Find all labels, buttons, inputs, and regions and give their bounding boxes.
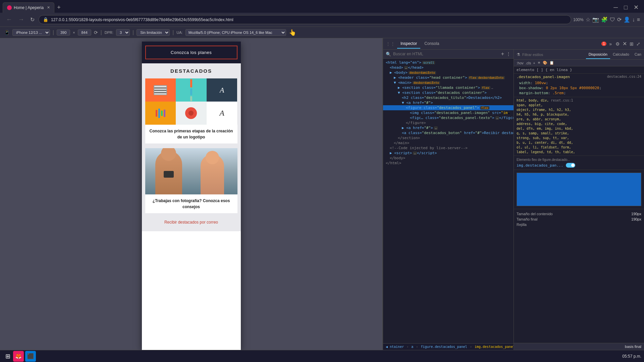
panel-2[interactable]: ¿Trabajas con fotografía? Conozca esos c… xyxy=(145,148,237,213)
shield-icon[interactable]: 🛡 xyxy=(610,17,615,23)
computed-sizes: Tamaño del contenido 190px Tamaño final … xyxy=(514,209,644,229)
tree-line-img[interactable]: <img class="destacados_panel-imagen" src… xyxy=(383,110,514,115)
breadcrumb-2[interactable]: a xyxy=(411,345,413,349)
breadcrumb-1[interactable]: ◀ ntainer xyxy=(386,345,404,349)
add-style-button[interactable]: + xyxy=(533,61,535,65)
minimize-button[interactable]: ─ xyxy=(611,3,621,12)
tab-close-icon[interactable]: ✕ xyxy=(47,5,50,10)
url-bar[interactable]: 🔒 127.0.0.1:5500/1828-layouts-responsivo… xyxy=(39,15,571,24)
can-tab[interactable]: Can xyxy=(632,50,644,59)
source-1[interactable]: destacados.css:24 xyxy=(607,75,641,79)
selector-1[interactable]: .destacados_panel-imagen xyxy=(517,75,570,79)
console-tab[interactable]: Consola xyxy=(421,39,442,49)
new-tab-button[interactable]: + xyxy=(54,3,63,12)
cls-button[interactable]: .cls xyxy=(526,61,531,65)
add-node-icon[interactable]: + xyxy=(501,51,504,57)
tree-line-header[interactable]: ▶ <header class="head container">flex de… xyxy=(383,75,514,80)
html-search-input[interactable] xyxy=(393,52,499,56)
html-search-bar: 🔍 + ⋮ xyxy=(383,50,514,59)
more-options-icon[interactable]: ⋮ xyxy=(506,51,511,57)
clipboard-icon[interactable]: 📋 xyxy=(549,61,554,65)
taskbar-icon-firefox[interactable]: 🦊 xyxy=(13,351,24,362)
devtools-dock-icon[interactable]: ⊞ xyxy=(629,40,635,48)
tree-line-a-boton[interactable]: <a class="destacados_boton" href="#">Rec… xyxy=(383,130,514,135)
img-element-name[interactable]: img.destacados_pan... xyxy=(517,163,563,168)
close-button[interactable]: ✕ xyxy=(631,3,641,12)
width-input[interactable] xyxy=(57,29,70,36)
disposicion-tab[interactable]: Disposición xyxy=(586,50,610,59)
dpr-selector[interactable]: 3 xyxy=(116,29,130,36)
device-frame: Conozca los planes DESTACADOS xyxy=(142,42,241,350)
toggle-switch[interactable] xyxy=(566,163,575,168)
device-selector[interactable]: iPhone 12/13 ... xyxy=(12,29,50,36)
tab-favicon xyxy=(7,5,12,10)
tree-line-h2[interactable]: <h2 class="destacados_titulo">Destacados… xyxy=(383,95,514,100)
tree-line-main-close[interactable]: </main> xyxy=(383,140,514,145)
devtools-drag-icon: ⋮⋮ xyxy=(386,41,395,47)
tree-line-body-close[interactable]: </body> xyxy=(383,156,514,161)
tree-line-figure-close[interactable]: </figure> xyxy=(383,120,514,125)
clock: 05:57 p.m. xyxy=(622,354,641,359)
element-info-line: elemento [ ] { en línea } xyxy=(514,66,644,74)
tree-line-a1[interactable]: ▼ <a href="#"> xyxy=(383,100,514,105)
error-badge: 1 xyxy=(601,42,607,46)
filter-estilos-bar: ⚗ xyxy=(514,52,586,57)
throttle-selector[interactable]: Sin limitación xyxy=(137,29,170,36)
breadcrumb-3[interactable]: figure.destacados_panel xyxy=(421,345,467,349)
breadcrumb-current[interactable]: img.destacados_panel-imagen xyxy=(475,345,514,349)
tree-line-html[interactable]: <html lang="en">scroll xyxy=(383,60,514,65)
devtools-expand-icon[interactable]: ⤢ xyxy=(635,40,641,48)
light-dark-icon[interactable]: ☀ xyxy=(537,61,541,65)
filter-styles-input[interactable] xyxy=(522,53,583,57)
tree-line-section-destacados[interactable]: ▼ <section class="destacados container"> xyxy=(383,90,514,95)
tree-line-section-llamada[interactable]: ▶ <section class="llamada container">fle… xyxy=(383,85,514,90)
element-flex-section: Elemento flex de figure.destacado... img… xyxy=(514,156,644,170)
style-rule-2: html, body, div, reset.css:1span, applet… xyxy=(514,97,644,156)
hov-button[interactable]: :hov xyxy=(517,61,524,65)
rule-1-header: .destacados_panel-imagen destacados.css:… xyxy=(514,74,644,80)
tree-line-script[interactable]: ▶ <script>…</script> xyxy=(383,150,514,156)
calculado-tab[interactable]: Calculado xyxy=(610,50,632,59)
rotate-icon[interactable]: ⟳ xyxy=(94,30,98,35)
height-input[interactable] xyxy=(78,29,91,36)
extensions-icon[interactable]: 🧩 xyxy=(601,16,608,23)
devtools-close-icon[interactable]: ✕ xyxy=(622,40,628,48)
sync-icon[interactable]: ⟳ xyxy=(617,16,622,23)
panel-1-text: Conozca las primeras etapas de la creaci… xyxy=(145,125,237,143)
email-link[interactable]: Recibir destacados por correo xyxy=(145,218,237,227)
forward-button[interactable]: → xyxy=(16,15,26,24)
content-size-label: Tamaño del contenido xyxy=(517,212,553,216)
taskbar-icon-vscode[interactable]: ⬛ xyxy=(25,351,36,362)
tree-line-html-close[interactable]: </html> xyxy=(383,161,514,166)
tree-line-section-close[interactable]: </section> xyxy=(383,135,514,140)
taskbar: ⊞ 🦊 ⬛ 05:57 p.m. xyxy=(0,350,644,362)
start-button[interactable]: ⊞ xyxy=(3,351,13,361)
download-icon[interactable]: ↓ xyxy=(632,17,635,23)
tree-line-figure[interactable]: <figure class="destacados_panel">flex xyxy=(383,105,514,110)
profile-icon[interactable]: 👤 xyxy=(624,16,630,23)
tree-line-a2[interactable]: ▶ <a href="#">… xyxy=(383,125,514,130)
devtools-more-btn[interactable]: » xyxy=(607,40,614,48)
bookmark-icon[interactable]: ☆ xyxy=(586,16,590,23)
refresh-button[interactable]: ↻ xyxy=(28,16,37,23)
screenshot-icon[interactable]: 📷 xyxy=(592,16,599,23)
restore-button[interactable]: □ xyxy=(621,3,630,12)
rejilla-row: Rejilla xyxy=(517,222,641,227)
devtools-settings-icon[interactable]: ⚙ xyxy=(614,40,621,48)
ua-selector[interactable]: Mozilla/5.0 (iPhone; CPU iPhone OS 14_6 … xyxy=(185,29,286,36)
touch-toggle-icon[interactable]: 👆 xyxy=(289,29,296,36)
dpr-label: DPR: xyxy=(105,31,113,35)
tree-line-head[interactable]: <head>…</head> xyxy=(383,65,514,70)
color-palette-icon[interactable]: 🎨 xyxy=(543,61,547,65)
tree-line-body[interactable]: ▶ <body>desbordamiEnto xyxy=(383,70,514,75)
back-button[interactable]: ← xyxy=(4,15,14,24)
panel-1[interactable]: A xyxy=(145,78,237,143)
menu-icon[interactable]: ≡ xyxy=(637,17,640,23)
inspector-tab[interactable]: Inspector xyxy=(397,39,420,49)
cta-button[interactable]: Conozca los planes xyxy=(145,46,237,59)
tree-line-figc[interactable]: <figc… class="destacados_panel-texto">…<… xyxy=(383,115,514,120)
search-icon: 🔍 xyxy=(386,52,391,57)
destacados-section: DESTACADOS xyxy=(142,63,241,231)
tree-line-main[interactable]: ▼ <main>desbordamiEnto xyxy=(383,80,514,85)
active-tab[interactable]: Home | Apeperia ✕ xyxy=(3,2,54,13)
